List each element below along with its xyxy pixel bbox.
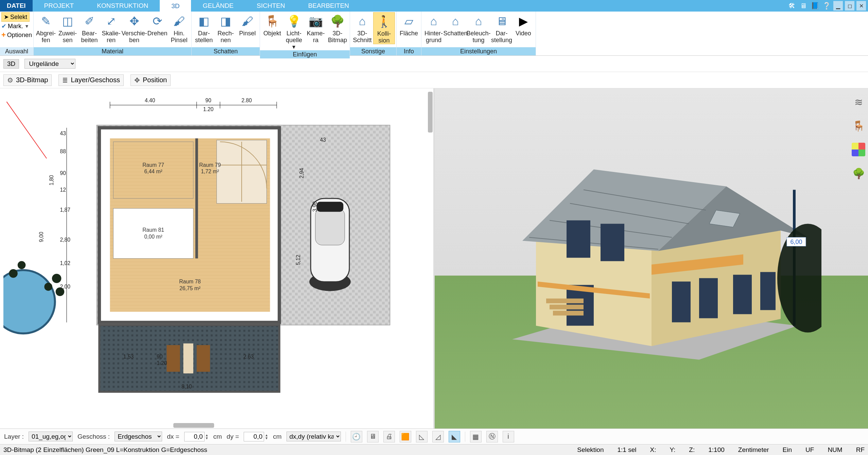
dy-input[interactable] — [244, 432, 264, 441]
section-icon: ⌂ — [355, 14, 370, 29]
svg-text:8,10: 8,10 — [181, 384, 192, 389]
svg-text:43: 43 — [60, 130, 66, 136]
einst-darstellung-button[interactable]: 🖥Dar- stellung — [491, 12, 513, 43]
verschieben-button[interactable]: ✥Verschie- ben — [122, 12, 146, 43]
group-label-schatten: Schatten — [192, 47, 260, 55]
view-tag-3d: 3D — [3, 59, 19, 69]
dx-input[interactable] — [184, 432, 205, 441]
tab-konstruktion[interactable]: KONSTRUKTION — [85, 0, 160, 12]
svg-text:Raum 79: Raum 79 — [199, 162, 221, 168]
svg-text:1.53: 1.53 — [123, 354, 134, 360]
objekt-button[interactable]: 🪑Objekt — [261, 12, 283, 37]
layer-label: Layer : — [4, 433, 24, 440]
svg-text:1.20: 1.20 — [203, 106, 214, 112]
svg-text:90: 90 — [60, 170, 66, 176]
tab-sichten[interactable]: SICHTEN — [245, 0, 296, 12]
drehen-button[interactable]: ⟳Drehen — [146, 12, 168, 37]
svg-text:43: 43 — [320, 137, 326, 143]
svg-text:Raum 77: Raum 77 — [142, 162, 164, 168]
area-icon: ▱ — [401, 14, 416, 29]
schatten-rechnen-button[interactable]: ◨Rech- nen — [215, 12, 237, 43]
svg-text:1,87: 1,87 — [60, 207, 70, 213]
flaeche-button[interactable]: ▱Fläche — [398, 12, 420, 37]
3d-bitmap-toggle[interactable]: ⚙3D-Bitmap — [3, 74, 52, 86]
status-rf: RF — [856, 446, 865, 454]
3d-view-pane[interactable]: 6,00 — [435, 88, 868, 428]
tab-gelaende[interactable]: GELÄNDE — [191, 0, 245, 12]
bottom-layer-select[interactable]: 01_ug,eg,og — [29, 432, 73, 441]
svg-text:0,00 m²: 0,00 m² — [144, 234, 162, 240]
kollision-button[interactable]: 🚶Kolli- sion — [373, 12, 395, 44]
3d-bitmap-button[interactable]: 🌳3D- Bitmap — [327, 12, 348, 43]
context-toolbar: 3D Urgelände — [0, 56, 868, 72]
snap2-icon[interactable]: ◿ — [432, 431, 444, 442]
status-selektion: Selektion — [577, 446, 604, 454]
maximize-button[interactable]: ◻ — [845, 1, 854, 11]
svg-line-6 — [6, 102, 47, 158]
einst-schatten-button[interactable]: ⌂Schatten — [445, 12, 466, 37]
book-icon[interactable]: 📘 — [810, 1, 820, 11]
close-button[interactable]: ✕ — [856, 1, 866, 11]
tab-datei[interactable]: DATEI — [0, 0, 33, 12]
select-button[interactable]: ➤Selekt — [1, 12, 30, 22]
floorplan-pane[interactable]: 4.40 90 1.20 2.80 Raum 776,44 m² Raum 79… — [0, 88, 435, 428]
tools-icon[interactable]: 🛠 — [787, 1, 797, 11]
status-uf: UF — [805, 446, 814, 454]
kamera-button[interactable]: 📷Kame- ra — [305, 12, 327, 43]
status-bar: 3D-Bitmap (2 Einzelflächen) Green_09 L=K… — [0, 444, 868, 455]
snap3-icon[interactable]: ◣ — [449, 431, 460, 442]
layers-panel-icon[interactable]: ≋ — [852, 95, 865, 109]
svg-rect-86 — [699, 278, 718, 318]
hinpinsel-button[interactable]: 🖌Hin. Pinsel — [168, 12, 190, 43]
zuweisen-button[interactable]: ◫Zuwei- sen — [57, 12, 79, 43]
info-icon[interactable]: i — [503, 431, 514, 442]
floorplan-svg: 4.40 90 1.20 2.80 Raum 776,44 m² Raum 79… — [3, 92, 430, 425]
layers-icon: ≣ — [62, 76, 68, 84]
dy-unit: cm — [273, 433, 281, 440]
status-num: NUM — [828, 446, 842, 454]
video-button[interactable]: ▶Video — [513, 12, 534, 37]
hintergrund-button[interactable]: ⌂Hinter- grund — [423, 12, 445, 43]
position-toggle[interactable]: ✥Position — [131, 74, 171, 86]
lichtquelle-button[interactable]: 💡Licht- quelle ▾ — [283, 12, 305, 50]
svg-text:88: 88 — [60, 148, 66, 154]
snap1-icon[interactable]: ◺ — [416, 431, 428, 442]
beleuchtung-button[interactable]: ⌂Beleuch- tung — [466, 12, 491, 43]
tree-panel-icon[interactable]: 🌳 — [852, 167, 865, 180]
screen2-icon[interactable]: 🖥 — [367, 431, 379, 442]
history-icon[interactable]: 🕘 — [351, 431, 362, 442]
mark-button[interactable]: ✔Mark.▼ — [1, 22, 29, 30]
help-icon[interactable]: ❔ — [822, 1, 831, 11]
camera-icon: 📷 — [308, 14, 323, 29]
coord-mode-select[interactable]: dx,dy (relativ ka — [287, 432, 341, 441]
ribbon: ➤Selekt ✔Mark.▼ +Optionen Auswahl ✎Abgre… — [0, 12, 868, 56]
minimize-button[interactable]: ▁ — [833, 1, 843, 11]
tab-3d[interactable]: 3D — [160, 0, 191, 12]
skalieren-button[interactable]: ⤢Skalie- ren — [100, 12, 122, 43]
tab-bearbeiten[interactable]: BEARBEITEN — [297, 0, 361, 12]
sub-toolbar: ⚙3D-Bitmap ≣Layer/Geschoss ✥Position — [0, 72, 868, 88]
eyedropper-icon: ✎ — [38, 14, 53, 29]
schatten-pinsel-button[interactable]: 🖌Pinsel — [237, 12, 258, 37]
layer-select[interactable]: Urgelände — [24, 59, 75, 69]
dy-spinner[interactable]: ▲▼ — [265, 434, 268, 440]
bearbeiten-button[interactable]: ✐Bear- beiten — [79, 12, 100, 43]
furniture-panel-icon[interactable]: 🪑 — [852, 119, 865, 133]
tab-projekt[interactable]: PROJEKT — [33, 0, 86, 12]
print-icon[interactable]: 🖨 — [383, 431, 395, 442]
collision-icon: 🚶 — [377, 14, 392, 29]
north-icon[interactable]: Ⓝ — [486, 431, 498, 442]
svg-text:2.80: 2.80 — [242, 98, 252, 103]
svg-rect-87 — [733, 275, 752, 314]
abgreifen-button[interactable]: ✎Abgrei- fen — [35, 12, 57, 43]
3d-schnitt-button[interactable]: ⌂3D- Schnitt — [351, 12, 373, 43]
layer-geschoss-toggle[interactable]: ≣Layer/Geschoss — [58, 74, 124, 86]
optionen-button[interactable]: +Optionen — [1, 31, 32, 39]
bottom-geschoss-select[interactable]: Erdgeschos — [115, 432, 162, 441]
color-icon[interactable]: 🟧 — [400, 431, 411, 442]
dx-spinner[interactable]: ▲▼ — [205, 434, 209, 440]
screen-icon[interactable]: 🖥 — [799, 1, 808, 11]
grid-icon[interactable]: ▦ — [470, 431, 482, 442]
schatten-darstellen-button[interactable]: ◧Dar- stellen — [193, 12, 215, 43]
palette-panel-icon[interactable] — [852, 143, 865, 156]
